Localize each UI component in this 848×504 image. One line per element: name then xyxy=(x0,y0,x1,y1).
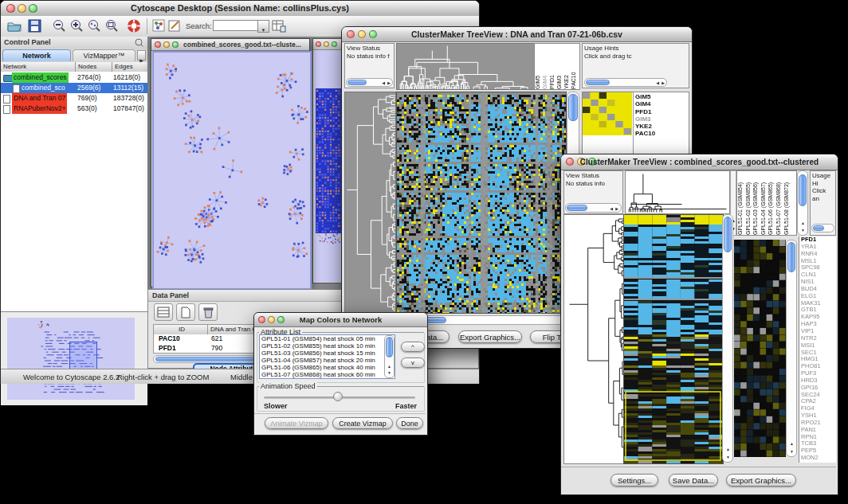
arrow-up-icon[interactable]: ▲ xyxy=(387,365,391,369)
col-header-nodes[interactable]: Nodes xyxy=(76,62,112,72)
zoom-button[interactable] xyxy=(332,41,337,47)
gene-label-pfd1[interactable]: PFD1 xyxy=(635,108,655,115)
tab-network[interactable]: Network xyxy=(2,49,71,61)
attribute-item[interactable]: GPL51-06 (GSM865) heat shock 40 min xyxy=(260,364,395,371)
select-attributes-button[interactable] xyxy=(154,303,173,321)
zoom-fit-icon[interactable] xyxy=(104,19,120,33)
float-panel-icon[interactable] xyxy=(135,38,143,47)
gene-label-mon2[interactable]: MON2 xyxy=(801,455,836,462)
column-label-pac10[interactable]: PAC10 xyxy=(571,44,578,89)
save-icon[interactable] xyxy=(28,19,42,33)
arrow-right-icon[interactable]: ▶ xyxy=(387,81,391,85)
minimize-button[interactable] xyxy=(324,41,329,47)
network-view-canvas-1[interactable] xyxy=(152,51,312,290)
scrollbar-thumb[interactable] xyxy=(813,225,824,231)
treeview2-column-dendrogram[interactable] xyxy=(625,170,730,214)
help-lifesaver-icon[interactable] xyxy=(126,18,142,33)
network-list-row[interactable]: combined_sco2569(6)13112(15) xyxy=(1,83,147,93)
zoom-out-icon[interactable] xyxy=(52,19,67,33)
settings-button[interactable]: Settings... xyxy=(610,474,658,486)
arrow-up-icon[interactable]: ▲ xyxy=(790,442,794,446)
column-label-gim5[interactable]: GIM5 xyxy=(535,44,542,89)
delete-attribute-button[interactable] xyxy=(198,303,218,321)
column-label-gpl51-01[interactable]: GPL51-01 (GSM854) xyxy=(737,171,745,235)
create-vizmap-button[interactable]: Create Vizmap xyxy=(332,417,393,429)
scrollbar-thumb[interactable] xyxy=(567,205,587,211)
new-attribute-button[interactable] xyxy=(176,303,195,321)
column-label-pfd1[interactable]: PFD1 xyxy=(549,44,556,89)
done-button[interactable]: Done xyxy=(396,417,423,429)
column-label-gim3[interactable]: GIM3 xyxy=(556,44,563,89)
treeview2-vscrollbar[interactable]: ▲ ▼ xyxy=(722,214,733,463)
tab-vizmapper[interactable]: VizMapper™ xyxy=(73,49,135,61)
arrow-left-icon[interactable]: ◀ xyxy=(382,81,385,85)
minimize-button[interactable] xyxy=(163,41,170,48)
gene-label-yke2[interactable]: YKE2 xyxy=(635,123,655,130)
gene-label-gim5[interactable]: GIM5 xyxy=(635,93,655,100)
scrollbar-thumb[interactable] xyxy=(347,80,367,85)
gene-label-pac10[interactable]: PAC10 xyxy=(635,130,655,137)
arrow-left-icon[interactable]: ◀ xyxy=(610,207,613,211)
arrow-right-icon[interactable]: ▶ xyxy=(662,81,665,85)
treeview2-zoom-vscrollbar[interactable]: ▲ ▼ xyxy=(786,240,797,457)
column-label-gpl51-03[interactable]: GPL51-03 (GSM856) xyxy=(752,171,760,235)
view-status-hscrollbar[interactable]: ◀ ▶ xyxy=(346,78,393,87)
scrollbar-thumb[interactable] xyxy=(586,80,610,85)
treeview1-heatmap[interactable] xyxy=(396,92,567,314)
column-label-gpl51-04[interactable]: GPL51-04 (GSM857) xyxy=(760,171,768,235)
move-up-button[interactable]: ^ xyxy=(401,342,425,352)
treeview2-zoom-heatmap[interactable] xyxy=(734,240,786,457)
view-status-hscrollbar[interactable]: ◀ ▶ xyxy=(565,203,622,213)
arrow-left-icon[interactable]: ◀ xyxy=(656,81,659,85)
treeview2-heatmap[interactable] xyxy=(623,214,724,464)
gene-label-gim3[interactable]: GIM3 xyxy=(635,115,655,123)
column-label-yke2[interactable]: YKE2 xyxy=(563,44,571,89)
attribute-item[interactable]: GPL51-07 (GSM868) heat shock 60 min xyxy=(260,371,395,378)
scrollbar-thumb[interactable] xyxy=(799,174,807,206)
attribute-item[interactable]: GPL51-03 (GSM856) heat shock 15 min xyxy=(260,350,395,357)
close-button[interactable] xyxy=(155,41,161,48)
scrollbar-thumb[interactable] xyxy=(724,217,732,252)
gene-label-gim4[interactable]: GIM4 xyxy=(635,100,655,107)
column-label-gim4[interactable]: GIM4 xyxy=(542,44,549,89)
animate-vizmap-button[interactable]: Animate Vizmap xyxy=(265,417,328,429)
arrow-down-icon[interactable]: ▼ xyxy=(790,450,794,454)
treeview1-column-dendrogram[interactable] xyxy=(396,43,535,90)
network-list-row[interactable]: RNAPuberNov2+563(0)107847(0) xyxy=(1,104,147,114)
arrow-down-icon[interactable]: ▼ xyxy=(801,229,805,232)
treeview1-zoom-heatmap[interactable] xyxy=(583,92,632,135)
annotation-icon[interactable] xyxy=(168,19,182,33)
move-down-button[interactable]: v xyxy=(401,357,425,368)
col-header-id[interactable]: ID xyxy=(154,325,208,334)
arrow-up-icon[interactable]: ▲ xyxy=(726,447,730,451)
open-file-icon[interactable] xyxy=(6,19,22,33)
attribute-item[interactable]: GPL51-02 (GSM855) heat shock 10 min xyxy=(260,342,395,350)
column-label-gpl51-08[interactable]: GPL51-08 (GSM872) xyxy=(783,171,791,235)
table-import-icon[interactable] xyxy=(272,19,286,33)
close-button[interactable] xyxy=(316,41,321,47)
treeview2-row-dendrogram[interactable] xyxy=(563,214,625,464)
treeview1-row-dendrogram[interactable] xyxy=(344,92,396,314)
arrow-up-icon[interactable]: ▲ xyxy=(801,221,805,225)
column-label-gpl51-07[interactable]: GPL51-07 (GSM868) xyxy=(775,171,783,235)
usage-hints-hscrollbar[interactable]: ◀ ▶ xyxy=(584,78,667,87)
save-data-button[interactable]: Save Data... xyxy=(669,474,718,486)
usage-hints-hscrollbar[interactable] xyxy=(811,224,834,232)
network-overview-icon[interactable] xyxy=(152,19,165,33)
animation-slider-thumb[interactable] xyxy=(333,392,343,401)
birdseye-view[interactable] xyxy=(7,318,135,400)
arrow-right-icon[interactable]: ▶ xyxy=(615,207,618,211)
zoom-in-icon[interactable] xyxy=(69,19,84,33)
arrow-down-icon[interactable]: ▼ xyxy=(387,371,391,375)
scrollbar-thumb[interactable] xyxy=(787,242,795,272)
col-header-edges[interactable]: Edges xyxy=(112,62,147,72)
network-list-row[interactable]: DNA and Tran 07769(0)183728(0) xyxy=(1,93,147,104)
scrollbar-thumb[interactable] xyxy=(568,94,578,121)
zoom-selected-icon[interactable] xyxy=(87,19,102,33)
col-header-network[interactable]: Network xyxy=(1,62,76,72)
treeview2-collabel-vscrollbar[interactable]: ▲ ▼ xyxy=(797,170,808,236)
zoom-button[interactable] xyxy=(172,41,179,48)
attribute-item[interactable]: GPL51-04 (GSM857) heat shock 20 min xyxy=(260,357,395,364)
column-label-gpl51-02[interactable]: GPL51-02 (GSM855) xyxy=(745,171,753,235)
scrollbar-thumb[interactable] xyxy=(386,337,393,357)
